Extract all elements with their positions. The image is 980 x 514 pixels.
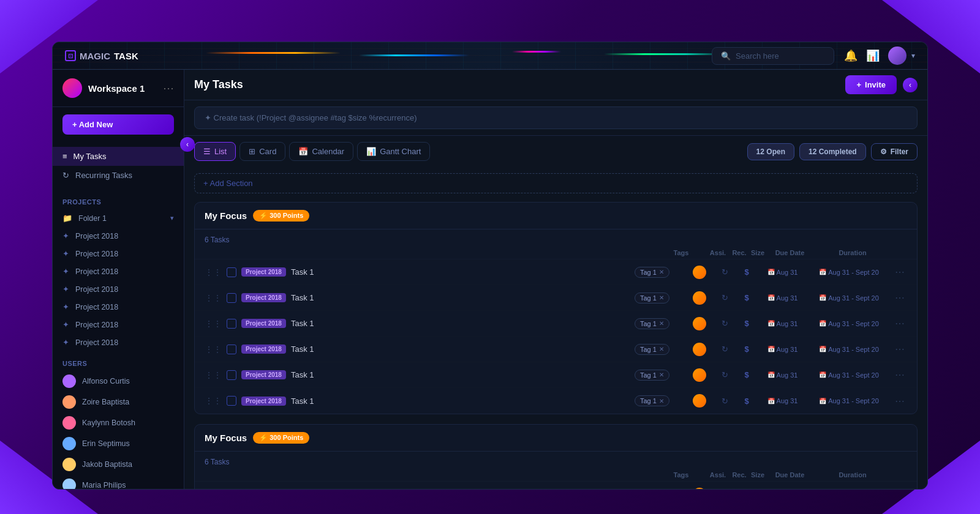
task-more-button-t6[interactable]: ⋯ [895,395,905,407]
task-row-t1[interactable]: ⋮⋮ Project 2018 Task 1 Tag 1 ✕ ↻ [195,259,917,285]
size-icon-t7[interactable]: $ [741,488,753,490]
user-name-u2: Zoire Baptista [82,398,129,406]
tag-pill-t6[interactable]: Tag 1 ✕ [635,395,669,406]
filter-button[interactable]: ⚙ Filter [871,143,918,160]
sidebar-user-u5[interactable]: Jakob Baptista [53,454,184,475]
open-count-badge[interactable]: 12 Open [747,143,794,160]
tab-list[interactable]: ☰ List [194,142,236,161]
drag-handle-t6[interactable]: ⋮⋮ [205,396,222,406]
sidebar-project-1[interactable]: ✦ Project 2018 [53,227,184,245]
tag-pill-t4[interactable]: Tag 1 ✕ [635,344,669,355]
projects-section-label: Projects [53,190,184,209]
task-checkbox-t1[interactable] [227,267,236,277]
tab-calendar[interactable]: 📅 Calendar [289,142,353,161]
task-more-button-t4[interactable]: ⋯ [895,343,905,355]
tag-remove-t1[interactable]: ✕ [659,269,664,275]
tag-pill-t1[interactable]: Tag 1 ✕ [635,267,669,278]
tab-gantt[interactable]: 📊 Gantt Chart [357,142,430,161]
recurrence-icon-t6[interactable]: ↻ [718,395,731,407]
tag-pill-t7[interactable]: Tag 1 ✕ [635,489,669,490]
col-header-rec: Rec. [730,471,748,479]
task-checkbox-t3[interactable] [227,319,236,329]
recurrence-icon-t3[interactable]: ↻ [718,318,731,330]
workspace-options-button[interactable]: ⋯ [163,81,174,95]
task-row-t5[interactable]: ⋮⋮ Project 2018 Task 1 Tag 1 ✕ ↻ [195,362,917,388]
user-name-u6: Maria Philips [82,481,126,489]
task-more-button-t1[interactable]: ⋯ [895,266,905,278]
task-more-button-t7[interactable]: ⋯ [895,488,905,489]
sidebar-user-u6[interactable]: Maria Philips [53,475,184,489]
avatar [888,47,907,65]
size-icon-t1[interactable]: $ [741,266,753,278]
size-icon-t2[interactable]: $ [741,292,753,304]
drag-handle-t1[interactable]: ⋮⋮ [205,267,222,277]
recurrence-icon-t4[interactable]: ↻ [718,343,731,356]
tag-pill-t2[interactable]: Tag 1 ✕ [635,292,669,304]
project-list: ✦ Project 2018 ✦ Project 2018 ✦ Project … [53,227,184,351]
tag-pill-t5[interactable]: Tag 1 ✕ [635,370,669,381]
tag-remove-t2[interactable]: ✕ [659,294,664,301]
task-more-button-t5[interactable]: ⋯ [895,369,905,381]
recurrence-icon-t7[interactable]: ↻ [718,488,731,490]
search-placeholder: Search here [736,51,779,61]
drag-handle-t4[interactable]: ⋮⋮ [205,345,222,354]
sidebar-user-u3[interactable]: Kaylynn Botosh [53,412,184,433]
notification-icon[interactable]: 🔔 [844,49,858,62]
task-create-input[interactable]: ✦ Create task (!Project @assignee #tag $… [194,106,918,129]
task-checkbox-t6[interactable] [227,396,236,406]
recurrence-icon-t2[interactable]: ↻ [718,292,731,304]
recurrence-icon-t1[interactable]: ↻ [718,266,731,278]
sidebar-item-recurring-tasks[interactable]: ↻ Recurring Tasks [53,166,184,185]
col-header-assi: Assi. [706,471,730,479]
task-checkbox-t5[interactable] [227,370,236,380]
tab-card[interactable]: ⊞ Card [239,142,285,161]
tabs-left: ☰ List ⊞ Card 📅 Calendar 📊 [194,142,430,161]
sidebar-project-3[interactable]: ✦ Project 2018 [53,263,184,280]
task-more-button-t3[interactable]: ⋯ [895,318,905,329]
sidebar-user-u2[interactable]: Zoire Baptista [53,392,184,412]
task-row-t6[interactable]: ⋮⋮ Project 2018 Task 1 Tag 1 ✕ ↻ [195,388,917,414]
search-bar[interactable]: 🔍 Search here [712,47,834,65]
add-section-button[interactable]: + Add Section [194,173,918,193]
user-menu[interactable]: ▾ [888,47,915,65]
tag-remove-t5[interactable]: ✕ [659,371,664,378]
due-date-t6: 📅 Aug 31 [767,397,798,404]
tag-remove-t4[interactable]: ✕ [659,346,664,352]
task-checkbox-t2[interactable] [227,293,236,303]
completed-count-badge[interactable]: 12 Completed [799,143,866,160]
tab-card-label: Card [259,147,276,156]
task-row-t4[interactable]: ⋮⋮ Project 2018 Task 1 Tag 1 ✕ ↻ [195,337,917,362]
sidebar-item-my-tasks[interactable]: ≡ My Tasks [53,147,184,166]
invite-button[interactable]: + Invite [845,75,897,94]
sidebar-project-7[interactable]: ✦ Project 2018 [53,333,184,351]
project-tag-t3: Project 2018 [241,319,286,328]
sidebar-project-4[interactable]: ✦ Project 2018 [53,280,184,298]
tag-remove-t6[interactable]: ✕ [659,398,664,404]
size-icon-t6[interactable]: $ [741,395,753,407]
analytics-icon[interactable]: 📊 [866,49,880,62]
drag-handle-t3[interactable]: ⋮⋮ [205,319,222,329]
sidebar-project-6[interactable]: ✦ Project 2018 [53,316,184,333]
task-row-t3[interactable]: ⋮⋮ Project 2018 Task 1 Tag 1 ✕ ↻ [195,311,917,337]
task-more-button-t2[interactable]: ⋯ [895,292,905,304]
sidebar-user-u1[interactable]: Alfonso Curtis [53,371,184,392]
size-icon-t4[interactable]: $ [741,343,753,356]
sidebar-folder-1[interactable]: 📁 Folder 1 ▾ [53,209,184,227]
task-row-t7[interactable]: ⋮⋮ Project 2018 Task 1 Tag 1 ✕ ↻ [195,482,917,489]
tag-remove-t3[interactable]: ✕ [659,320,664,327]
task-cols-t3: Tag 1 ✕ ↻ $ 📅 Aug 31 [635,317,907,330]
tag-pill-t3[interactable]: Tag 1 ✕ [635,318,669,329]
size-icon-t5[interactable]: $ [741,369,753,381]
panel-collapse-button[interactable]: ‹ [903,78,918,92]
size-icon-t3[interactable]: $ [741,318,753,330]
task-row-t2[interactable]: ⋮⋮ Project 2018 Task 1 Tag 1 ✕ ↻ [195,285,917,311]
sidebar-project-5[interactable]: ✦ Project 2018 [53,298,184,316]
sidebar-project-2[interactable]: ✦ Project 2018 [53,245,184,263]
drag-handle-t2[interactable]: ⋮⋮ [205,293,222,303]
tag-label-t6: Tag 1 [640,397,657,404]
task-checkbox-t4[interactable] [227,345,236,354]
add-new-button[interactable]: + Add New [62,114,174,135]
recurrence-icon-t5[interactable]: ↻ [718,369,731,381]
drag-handle-t5[interactable]: ⋮⋮ [205,370,222,380]
sidebar-user-u4[interactable]: Erin Septimus [53,433,184,454]
